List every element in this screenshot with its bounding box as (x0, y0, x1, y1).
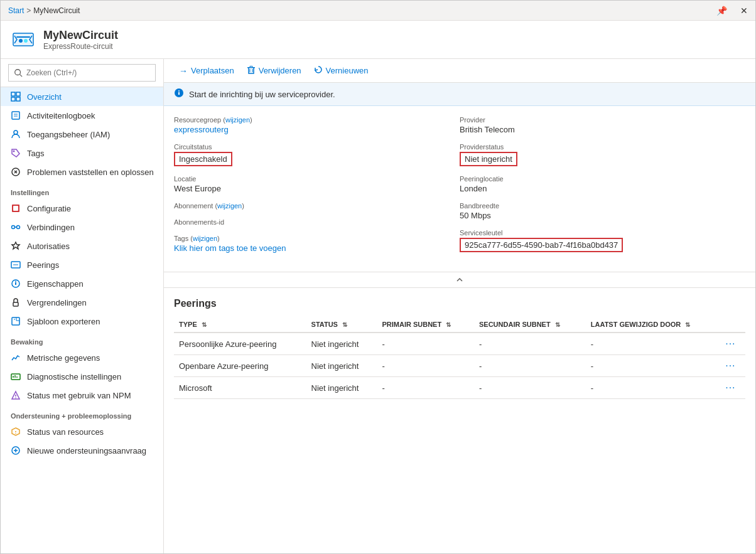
detail-servicesleutel: Servicesleutel 925ca777-6d55-4590-bab7-4… (460, 229, 745, 252)
sidebar-item-sjabloon[interactable]: Sjabloon exporteren (1, 312, 163, 331)
resourcegroep-wijzigen-link[interactable]: wijzigen (225, 116, 250, 124)
sort-status-icon[interactable]: ⇅ (342, 321, 347, 328)
sidebar-label-problemen: Problemen vaststellen en oplossen (27, 168, 154, 177)
detail-providerstatus: Providerstatus Niet ingericht (460, 143, 745, 166)
verwijderen-button[interactable]: Verwijderen (242, 63, 306, 78)
more-options-button[interactable]: ··· (725, 360, 735, 371)
svg-point-24 (15, 281, 16, 282)
info-banner: Start de inrichting bij uw serviceprovid… (164, 83, 755, 106)
more-options-button[interactable]: ··· (725, 382, 735, 393)
pin-button[interactable]: 📌 (710, 1, 733, 21)
sidebar-item-nieuwe-aanvraag[interactable]: Nieuwe ondersteuningsaanvraag (1, 441, 163, 460)
sidebar-label-peerings: Peerings (27, 260, 59, 270)
abonnement-label: Abonnement (wijzigen) (174, 202, 460, 210)
sidebar-label-autorisaties: Autorisaties (27, 242, 70, 251)
abonnement-wijzigen-link[interactable]: wijzigen (217, 202, 242, 210)
sidebar-label-npm: Status met gebruik van NPM (27, 391, 131, 400)
vernieuwen-icon (314, 65, 323, 76)
sidebar-item-problemen[interactable]: Problemen vaststellen en oplossen (1, 162, 163, 181)
close-button[interactable]: ✕ (733, 1, 755, 21)
svg-rect-5 (11, 97, 15, 101)
iam-icon (11, 129, 21, 139)
configuratie-icon (11, 203, 21, 213)
activity-icon (11, 110, 21, 120)
problems-icon (11, 167, 21, 177)
resources-icon (11, 427, 21, 437)
autorisaties-icon (11, 241, 21, 251)
peeringlocatie-label: Peeringlocatie (460, 175, 745, 183)
sidebar-item-metrische[interactable]: Metrische gegevens (1, 348, 163, 367)
cell-more: ··· (720, 355, 745, 377)
svg-rect-27 (11, 374, 20, 380)
sort-primair-icon[interactable]: ⇅ (446, 321, 451, 328)
eigenschappen-icon (11, 279, 21, 289)
vergrendelingen-icon (11, 297, 21, 307)
collapse-section (164, 272, 755, 288)
toolbar: → Verplaatsen Verwijderen Vernieuwen (164, 59, 755, 83)
sidebar-item-eigenschappen[interactable]: Eigenschappen (1, 274, 163, 293)
metrische-icon (11, 353, 21, 363)
tags-add-link[interactable]: Klik hier om tags toe te voegen (174, 243, 286, 253)
sidebar-item-vergrendelingen[interactable]: Vergrendelingen (1, 293, 163, 312)
collapse-button[interactable] (164, 274, 755, 286)
resourcegroep-link[interactable]: expressrouterg (174, 125, 229, 134)
section-instellingen: Instellingen (1, 181, 163, 199)
sidebar-item-resources[interactable]: Status van resources (1, 422, 163, 441)
provider-label: Provider (460, 116, 745, 124)
vernieuwen-button[interactable]: Vernieuwen (309, 63, 374, 78)
breadcrumb-current: MyNewCircuit (33, 6, 80, 15)
sidebar-item-peerings[interactable]: Peerings (1, 255, 163, 274)
sidebar-item-configuratie[interactable]: Configuratie (1, 199, 163, 218)
svg-rect-0 (13, 33, 33, 46)
detail-resourcegroep: Resourcegroep (wijzigen) expressrouterg (174, 116, 460, 134)
cell-secundair: - (474, 333, 586, 355)
svg-point-11 (13, 151, 15, 152)
cell-type: Persoonlijke Azure-peering (174, 333, 306, 355)
tags-wijzigen-link[interactable]: wijzigen (193, 235, 217, 242)
sidebar-item-iam[interactable]: Toegangsbeheer (IAM) (1, 125, 163, 144)
locatie-value: West Europe (174, 184, 460, 193)
cell-primair: - (377, 355, 474, 377)
sidebar-item-verbindingen[interactable]: Verbindingen (1, 218, 163, 237)
nieuwe-aanvraag-icon (11, 445, 21, 455)
sidebar-item-activiteitenlogboek[interactable]: Activiteitenlogboek (1, 106, 163, 125)
resourcegroep-value: expressrouterg (174, 125, 460, 134)
sidebar-item-autorisaties[interactable]: Autorisaties (1, 237, 163, 255)
verplaatsen-button[interactable]: → Verplaatsen (174, 63, 239, 78)
sidebar-label-tags: Tags (27, 149, 44, 158)
svg-rect-16 (13, 206, 18, 211)
tags-value: Klik hier om tags toe te voegen (174, 243, 460, 253)
svg-rect-4 (16, 92, 20, 96)
sidebar-item-npm[interactable]: Status met gebruik van NPM (1, 386, 163, 405)
svg-point-33 (15, 397, 16, 398)
svg-rect-26 (12, 317, 19, 325)
bandbreedte-label: Bandbreedte (460, 202, 745, 210)
breadcrumb-separator: > (26, 6, 31, 15)
sidebar-label-metrische: Metrische gegevens (27, 353, 100, 363)
verplaatsen-icon: → (179, 66, 188, 76)
tags-label: Tags (wijzigen) (174, 235, 460, 242)
sidebar-label-iam: Toegangsbeheer (IAM) (27, 130, 110, 139)
search-input[interactable] (8, 64, 156, 82)
sort-secundair-icon[interactable]: ⇅ (555, 321, 560, 328)
svg-rect-25 (13, 302, 18, 306)
sidebar-label-nieuwe-aanvraag: Nieuwe ondersteuningsaanvraag (27, 446, 146, 455)
sidebar-label-activiteitenlogboek: Activiteitenlogboek (27, 111, 95, 120)
sidebar-item-overzicht[interactable]: Overzicht (1, 87, 163, 106)
provider-value: British Telecom (460, 125, 745, 134)
verwijderen-icon (247, 65, 256, 76)
verbindingen-icon (11, 222, 21, 232)
breadcrumb-start[interactable]: Start (8, 6, 24, 15)
info-icon (174, 88, 184, 100)
col-actions (720, 317, 745, 333)
peerings-icon (11, 260, 21, 270)
sidebar-item-tags[interactable]: Tags (1, 144, 163, 162)
window-controls: 📌 ✕ (710, 1, 755, 21)
table-row: Microsoft Niet ingericht - - - ··· (174, 377, 745, 399)
sort-type-icon[interactable]: ⇅ (202, 321, 207, 328)
sidebar-item-diagnostische[interactable]: Diagnostische instellingen (1, 367, 163, 386)
cell-secundair: - (474, 377, 586, 399)
more-options-button[interactable]: ··· (725, 338, 735, 349)
sort-gewijzigd-icon[interactable]: ⇅ (685, 321, 690, 328)
cell-more: ··· (720, 377, 745, 399)
